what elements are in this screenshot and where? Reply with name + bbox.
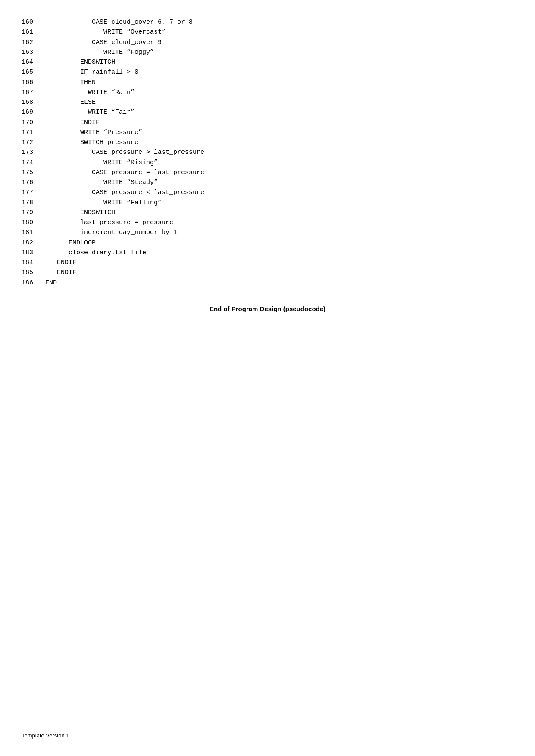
line-number: 171 bbox=[22, 128, 45, 137]
line-number: 172 bbox=[22, 137, 45, 147]
code-line: 165 IF rainfall > 0 bbox=[22, 67, 513, 77]
line-number: 183 bbox=[22, 248, 45, 258]
line-content: WRITE “Rain” bbox=[45, 87, 135, 97]
line-number: 178 bbox=[22, 198, 45, 208]
code-line: 168 ELSE bbox=[22, 97, 513, 107]
code-line: 178 WRITE “Falling” bbox=[22, 198, 513, 208]
code-line: 184 ENDIF bbox=[22, 258, 513, 268]
line-number: 166 bbox=[22, 78, 45, 87]
line-content: ENDIF bbox=[45, 118, 100, 128]
line-number: 164 bbox=[22, 57, 45, 67]
code-line: 185 ENDIF bbox=[22, 268, 513, 278]
line-number: 168 bbox=[22, 97, 45, 107]
line-number: 179 bbox=[22, 208, 45, 218]
line-number: 165 bbox=[22, 67, 45, 77]
line-number: 182 bbox=[22, 238, 45, 248]
line-content: ENDSWITCH bbox=[45, 208, 115, 218]
code-line: 179 ENDSWITCH bbox=[22, 208, 513, 218]
line-number: 177 bbox=[22, 187, 45, 197]
line-number: 175 bbox=[22, 168, 45, 178]
line-number: 160 bbox=[22, 17, 45, 27]
code-line: 177 CASE pressure < last_pressure bbox=[22, 187, 513, 197]
line-content: WRITE “Pressure” bbox=[45, 128, 142, 137]
code-line: 163 WRITE “Foggy” bbox=[22, 47, 513, 57]
line-content: SWITCH pressure bbox=[45, 137, 138, 147]
line-content: WRITE “Overcast” bbox=[45, 27, 166, 37]
line-content: IF rainfall > 0 bbox=[45, 67, 138, 77]
line-content: WRITE “Steady” bbox=[45, 178, 158, 187]
line-number: 185 bbox=[22, 268, 45, 278]
line-number: 174 bbox=[22, 158, 45, 168]
line-content: ELSE bbox=[45, 97, 96, 107]
code-line: 182 ENDLOOP bbox=[22, 238, 513, 248]
code-line: 161 WRITE “Overcast” bbox=[22, 27, 513, 37]
code-line: 181 increment day_number by 1 bbox=[22, 228, 513, 237]
line-number: 176 bbox=[22, 178, 45, 187]
line-content: ENDIF bbox=[45, 258, 76, 268]
line-content: END bbox=[45, 278, 57, 288]
code-line: 183 close diary.txt file bbox=[22, 248, 513, 258]
code-line: 174 WRITE “Rising” bbox=[22, 158, 513, 168]
code-line: 169 WRITE “Fair” bbox=[22, 107, 513, 117]
line-content: ENDLOOP bbox=[45, 238, 96, 248]
line-content: WRITE “Fair” bbox=[45, 107, 135, 117]
end-note: End of Program Design (pseudocode) bbox=[22, 305, 513, 312]
code-line: 170 ENDIF bbox=[22, 118, 513, 128]
footer: Template Version 1 bbox=[22, 732, 69, 739]
line-content: THEN bbox=[45, 78, 96, 87]
line-content: CASE pressure > last_pressure bbox=[45, 147, 204, 157]
line-number: 163 bbox=[22, 47, 45, 57]
code-line: 171 WRITE “Pressure” bbox=[22, 128, 513, 137]
line-number: 170 bbox=[22, 118, 45, 128]
line-content: CASE pressure < last_pressure bbox=[45, 187, 204, 197]
code-line: 167 WRITE “Rain” bbox=[22, 87, 513, 97]
code-line: 175 CASE pressure = last_pressure bbox=[22, 168, 513, 178]
code-block: 160 CASE cloud_cover 6, 7 or 8161 WRITE … bbox=[22, 17, 513, 288]
line-number: 169 bbox=[22, 107, 45, 117]
line-number: 184 bbox=[22, 258, 45, 268]
line-number: 180 bbox=[22, 218, 45, 228]
code-line: 186END bbox=[22, 278, 513, 288]
line-number: 162 bbox=[22, 37, 45, 47]
line-number: 181 bbox=[22, 228, 45, 237]
line-content: CASE pressure = last_pressure bbox=[45, 168, 204, 178]
line-number: 161 bbox=[22, 27, 45, 37]
code-line: 176 WRITE “Steady” bbox=[22, 178, 513, 187]
line-number: 167 bbox=[22, 87, 45, 97]
line-content: increment day_number by 1 bbox=[45, 228, 177, 237]
line-number: 186 bbox=[22, 278, 45, 288]
code-line: 164 ENDSWITCH bbox=[22, 57, 513, 67]
line-content: CASE cloud_cover 6, 7 or 8 bbox=[45, 17, 193, 27]
code-line: 173 CASE pressure > last_pressure bbox=[22, 147, 513, 157]
code-line: 180 last_pressure = pressure bbox=[22, 218, 513, 228]
line-content: ENDSWITCH bbox=[45, 57, 115, 67]
line-content: WRITE “Foggy” bbox=[45, 47, 154, 57]
line-number: 173 bbox=[22, 147, 45, 157]
code-line: 166 THEN bbox=[22, 78, 513, 87]
line-content: last_pressure = pressure bbox=[45, 218, 173, 228]
code-line: 160 CASE cloud_cover 6, 7 or 8 bbox=[22, 17, 513, 27]
line-content: WRITE “Rising” bbox=[45, 158, 158, 168]
code-line: 172 SWITCH pressure bbox=[22, 137, 513, 147]
line-content: ENDIF bbox=[45, 268, 76, 278]
line-content: close diary.txt file bbox=[45, 248, 146, 258]
line-content: WRITE “Falling” bbox=[45, 198, 162, 208]
line-content: CASE cloud_cover 9 bbox=[45, 37, 162, 47]
code-line: 162 CASE cloud_cover 9 bbox=[22, 37, 513, 47]
